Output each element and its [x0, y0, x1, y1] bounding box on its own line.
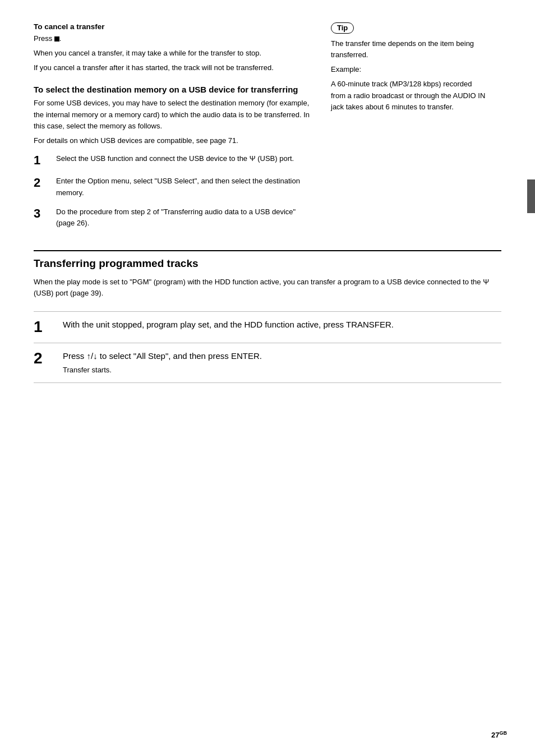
cancel-transfer-press: Press .: [34, 33, 314, 44]
right-column: Tip The transfer time depends on the ite…: [331, 22, 488, 240]
cancel-transfer-p1: When you cancel a transfer, it may take …: [34, 48, 314, 59]
prog-step-1-number: 1: [34, 319, 55, 336]
dest-step-2-text: Enter the Option menu, select "USB Selec…: [56, 176, 314, 198]
prog-step-2-subtext: Transfer starts.: [63, 365, 262, 376]
dest-step-1-number: 1: [34, 153, 50, 168]
prog-step-2: 2 Press ↑/↓ to select "All Step", and th…: [34, 343, 501, 383]
tip-p1: The transfer time depends on the item be…: [331, 38, 488, 61]
cancel-transfer-section: To cancel a transfer Press . When you ca…: [34, 22, 314, 73]
prog-step-2-content: Press ↑/↓ to select "All Step", and then…: [63, 350, 262, 376]
destination-memory-section: To select the destination memory on a US…: [34, 85, 314, 229]
stop-icon: .: [54, 34, 62, 43]
transferring-programmed-title: Transferring programmed tracks: [34, 257, 501, 271]
press-label: Press: [34, 34, 52, 43]
prog-step-2-number: 2: [34, 350, 55, 367]
page-number: 27GB: [491, 730, 507, 739]
dest-step-3-number: 3: [34, 206, 50, 221]
left-column: To cancel a transfer Press . When you ca…: [34, 22, 314, 240]
dest-step-2: 2 Enter the Option menu, select "USB Sel…: [34, 176, 314, 198]
destination-memory-steps: 1 Select the USB function and connect th…: [34, 153, 314, 229]
tip-box-label: Tip: [331, 22, 354, 34]
programmed-steps: 1 With the unit stopped, program play se…: [34, 311, 501, 383]
cancel-transfer-title: To cancel a transfer: [34, 22, 314, 31]
destination-memory-title: To select the destination memory on a US…: [34, 85, 314, 94]
transferring-programmed-section: Transferring programmed tracks When the …: [34, 257, 501, 383]
dest-step-1-text: Select the USB function and connect the …: [56, 153, 314, 164]
destination-memory-p2: For details on which USB devices are com…: [34, 135, 314, 146]
destination-memory-p1: For some USB devices, you may have to se…: [34, 98, 314, 131]
page: To cancel a transfer Press . When you ca…: [0, 0, 535, 756]
section-divider: [34, 250, 501, 251]
top-section: To cancel a transfer Press . When you ca…: [34, 22, 501, 240]
dest-step-3: 3 Do the procedure from step 2 of "Trans…: [34, 206, 314, 229]
tip-example-label: Example:: [331, 64, 488, 75]
cancel-transfer-p2: If you cancel a transfer after it has st…: [34, 62, 314, 73]
dest-step-2-number: 2: [34, 176, 50, 190]
transferring-programmed-p: When the play mode is set to "PGM" (prog…: [34, 276, 501, 299]
side-tab: [527, 179, 535, 213]
dest-step-3-text: Do the procedure from step 2 of "Transfe…: [56, 206, 314, 229]
tip-example-text: A 60-minute track (MP3/128 kbps) recorde…: [331, 79, 488, 112]
dest-step-1: 1 Select the USB function and connect th…: [34, 153, 314, 168]
prog-step-1-text: With the unit stopped, program play set,…: [63, 319, 394, 331]
prog-step-1: 1 With the unit stopped, program play se…: [34, 311, 501, 343]
prog-step-2-text: Press ↑/↓ to select "All Step", and then…: [63, 350, 262, 363]
